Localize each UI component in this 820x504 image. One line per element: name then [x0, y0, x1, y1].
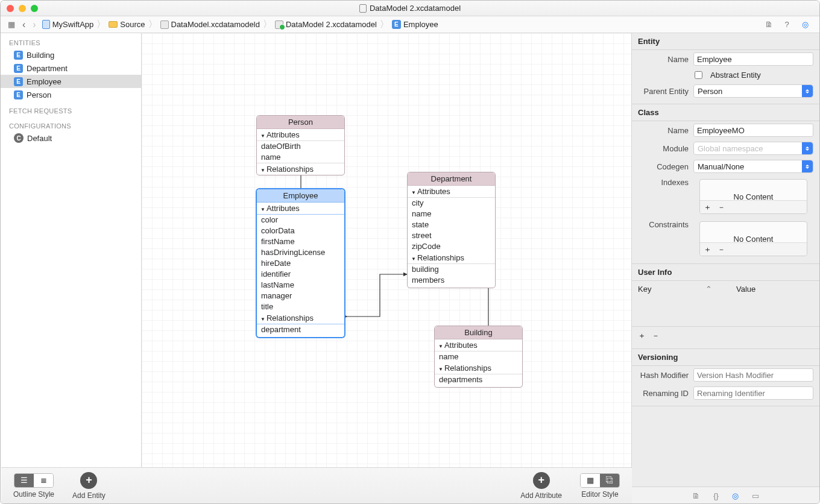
attribute-row[interactable]: name [257, 152, 344, 163]
disclosure-icon[interactable]: ▼ [260, 207, 265, 212]
attribute-row[interactable]: identifier [257, 269, 344, 280]
crumb-sep: 〉 [262, 19, 273, 30]
attributes-header: Attributes [266, 130, 300, 139]
entity-name-input[interactable] [693, 52, 813, 66]
bindings-tab-icon[interactable]: ▭ [752, 491, 759, 500]
outline-style-segmented[interactable]: ☰≣ [14, 473, 54, 488]
add-index-button[interactable]: ＋ [704, 202, 711, 213]
outline-list-icon[interactable]: ☰ [14, 474, 34, 487]
sidebar-label: Person [27, 90, 51, 99]
disclosure-icon[interactable]: ▼ [411, 256, 416, 262]
constraints-well: No Content ＋－ [699, 221, 807, 256]
disclosure-icon[interactable]: ▼ [260, 317, 265, 322]
disclosure-icon[interactable]: ▼ [438, 344, 443, 349]
crumb-label: DataModel.xcdatamodeld [171, 20, 260, 29]
crumb-sep: 〉 [148, 19, 158, 30]
forward-button[interactable]: › [29, 19, 39, 30]
crumb-model[interactable]: DataModel 2.xcdatamodel [273, 20, 379, 29]
class-name-input[interactable] [693, 124, 813, 137]
attribute-row[interactable]: dateOfBirth [257, 141, 344, 152]
attribute-row[interactable]: hasDrivingLicense [257, 247, 344, 258]
file-tab-icon[interactable]: 🗎 [692, 491, 700, 500]
remove-index-button[interactable]: － [718, 202, 725, 213]
history-tab-icon[interactable]: {} [713, 491, 719, 500]
attribute-row[interactable]: lastName [257, 280, 344, 291]
entity-card-department[interactable]: Department ▼Attributes city name state s… [407, 172, 496, 288]
relationship-row[interactable]: department [257, 324, 344, 337]
graph-canvas[interactable]: Person ▼Attributes dateOfBirth name ▼Rel… [142, 33, 631, 504]
crumb-label: Employee [403, 20, 438, 29]
navigator: ENTITIES EBuilding EDepartment EEmployee… [1, 33, 142, 504]
sidebar-entity-person[interactable]: EPerson [1, 88, 141, 101]
data-model-inspector-icon[interactable]: ◎ [800, 20, 810, 30]
card-title: Building [435, 326, 522, 339]
close-button[interactable] [7, 5, 14, 12]
editor-style-segmented[interactable]: ▦⿻ [580, 473, 620, 488]
entity-card-employee[interactable]: Employee ▼Attributes color colorData fir… [256, 189, 345, 338]
graph-editor-icon[interactable]: ⿻ [600, 474, 619, 487]
abstract-checkbox[interactable] [695, 71, 702, 79]
editor: Person ▼Attributes dateOfBirth name ▼Rel… [142, 33, 631, 504]
entity-card-building[interactable]: Building ▼Attributes name ▼Relationships… [434, 326, 523, 388]
relationship-row[interactable]: members [408, 275, 495, 288]
attribute-row[interactable]: name [408, 209, 495, 219]
sidebar-entity-building[interactable]: EBuilding [1, 48, 141, 61]
relationships-header: Relationships [266, 313, 314, 323]
crumb-folder[interactable]: Source [106, 20, 147, 29]
entity-card-person[interactable]: Person ▼Attributes dateOfBirth name ▼Rel… [256, 115, 345, 175]
attribute-row[interactable]: colorData [257, 225, 344, 236]
add-userinfo-button[interactable]: ＋ [638, 330, 646, 341]
crumb-modeld[interactable]: DataModel.xcdatamodeld [158, 20, 262, 29]
back-button[interactable]: ‹ [19, 19, 29, 30]
outline-tree-icon[interactable]: ≣ [34, 474, 53, 487]
crumb-project[interactable]: MySwiftApp [40, 20, 96, 29]
remove-constraint-button[interactable]: － [718, 244, 725, 255]
attribute-row[interactable]: firstName [257, 236, 344, 247]
sidebar-config-default[interactable]: CDefault [1, 131, 141, 145]
add-constraint-button[interactable]: ＋ [704, 244, 711, 255]
attribute-row[interactable]: city [408, 198, 495, 209]
window-title: DataModel 2.xcdatamodel [38, 4, 782, 13]
value-header[interactable]: Value [736, 285, 755, 294]
add-entity-button[interactable]: + [80, 472, 97, 489]
attribute-row[interactable]: title [257, 301, 344, 312]
disclosure-icon[interactable]: ▼ [260, 168, 265, 173]
folder-icon [109, 21, 118, 28]
key-header[interactable]: Key [638, 285, 681, 294]
attribute-row[interactable]: name [435, 351, 522, 362]
crumb-entity[interactable]: EEmployee [390, 20, 441, 29]
sort-icon[interactable]: ⌃ [705, 285, 712, 294]
relationship-row[interactable]: building [408, 264, 495, 275]
disclosure-icon[interactable]: ▼ [260, 133, 265, 139]
hash-modifier-input[interactable] [693, 368, 813, 382]
indexes-label: Indexes [638, 178, 689, 187]
disclosure-icon[interactable]: ▼ [438, 367, 443, 372]
disclosure-icon[interactable]: ▼ [411, 190, 416, 195]
zoom-button[interactable] [31, 5, 38, 12]
attribute-row[interactable]: color [257, 215, 344, 225]
attribute-row[interactable]: state [408, 219, 495, 230]
attribute-row[interactable]: zipCode [408, 241, 495, 252]
parent-entity-select[interactable]: Person [693, 84, 813, 98]
relationship-row[interactable]: departments [435, 374, 522, 387]
sidebar-entity-employee[interactable]: EEmployee [1, 75, 141, 88]
section-entities: ENTITIES [1, 33, 141, 48]
table-editor-icon[interactable]: ▦ [581, 474, 600, 487]
codegen-select[interactable]: Manual/None [693, 160, 813, 173]
remove-userinfo-button[interactable]: － [652, 330, 660, 341]
add-attribute-button[interactable]: + [533, 472, 550, 489]
help-icon[interactable]: ? [782, 20, 792, 30]
sidebar-entity-department[interactable]: EDepartment [1, 61, 141, 75]
outline-style-group: ☰≣ Outline Style [13, 473, 54, 499]
file-inspector-icon[interactable]: 🗎 [764, 20, 774, 30]
attribute-row[interactable]: manager [257, 291, 344, 301]
select-placeholder: Global namespace [698, 144, 763, 153]
module-select[interactable]: Global namespace [693, 142, 813, 155]
renaming-id-input[interactable] [693, 386, 813, 400]
related-items-button[interactable]: ▦ [4, 20, 19, 29]
datamodel-tab-icon[interactable]: ◎ [732, 491, 739, 500]
crumb-sep: 〉 [96, 19, 106, 30]
attribute-row[interactable]: hireDate [257, 258, 344, 269]
minimize-button[interactable] [19, 5, 26, 12]
attribute-row[interactable]: street [408, 230, 495, 241]
